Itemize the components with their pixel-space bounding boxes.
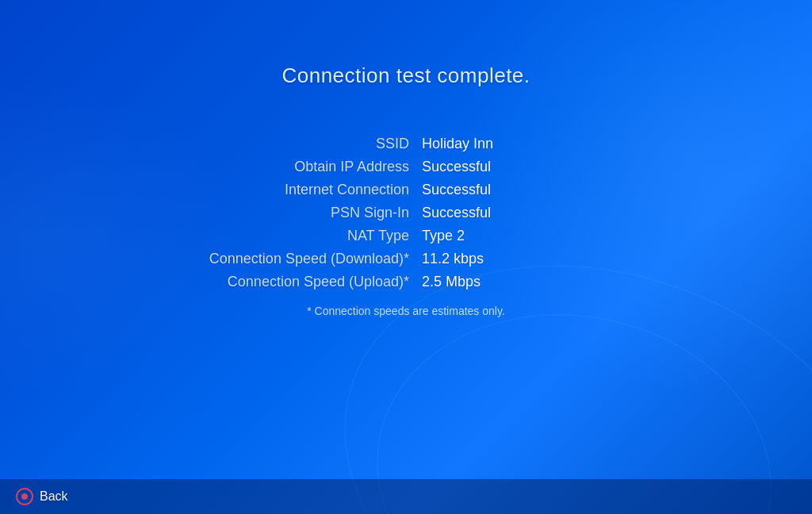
result-value: Successful (422, 205, 644, 221)
result-label: SSID (168, 136, 422, 152)
result-label: Connection Speed (Upload)* (168, 274, 422, 290)
bottom-bar: Back (0, 479, 812, 514)
results-table: SSIDHoliday InnObtain IP AddressSuccessf… (168, 136, 644, 290)
table-row: PSN Sign-InSuccessful (168, 205, 644, 221)
circle-inner (21, 493, 28, 500)
result-label: Obtain IP Address (168, 159, 422, 175)
circle-back-icon (16, 488, 33, 505)
table-row: NAT TypeType 2 (168, 228, 644, 244)
table-row: Connection Speed (Download)*11.2 kbps (168, 251, 644, 267)
table-row: SSIDHoliday Inn (168, 136, 644, 152)
result-value: 11.2 kbps (422, 251, 644, 267)
result-label: Internet Connection (168, 182, 422, 198)
page-title: Connection test complete. (282, 63, 530, 88)
result-value: Successful (422, 159, 644, 175)
table-row: Obtain IP AddressSuccessful (168, 159, 644, 175)
result-value: Holiday Inn (422, 136, 644, 152)
main-content: Connection test complete. SSIDHoliday In… (0, 0, 812, 317)
table-row: Internet ConnectionSuccessful (168, 182, 644, 198)
result-label: NAT Type (168, 228, 422, 244)
table-row: Connection Speed (Upload)*2.5 Mbps (168, 274, 644, 290)
result-label: Connection Speed (Download)* (168, 251, 422, 267)
back-button[interactable]: Back (16, 488, 68, 505)
main-background: Connection test complete. SSIDHoliday In… (0, 0, 812, 514)
back-label: Back (40, 489, 68, 504)
result-value: 2.5 Mbps (422, 274, 644, 290)
result-value: Successful (422, 182, 644, 198)
result-label: PSN Sign-In (168, 205, 422, 221)
result-value: Type 2 (422, 228, 644, 244)
footnote-text: * Connection speeds are estimates only. (168, 305, 644, 317)
